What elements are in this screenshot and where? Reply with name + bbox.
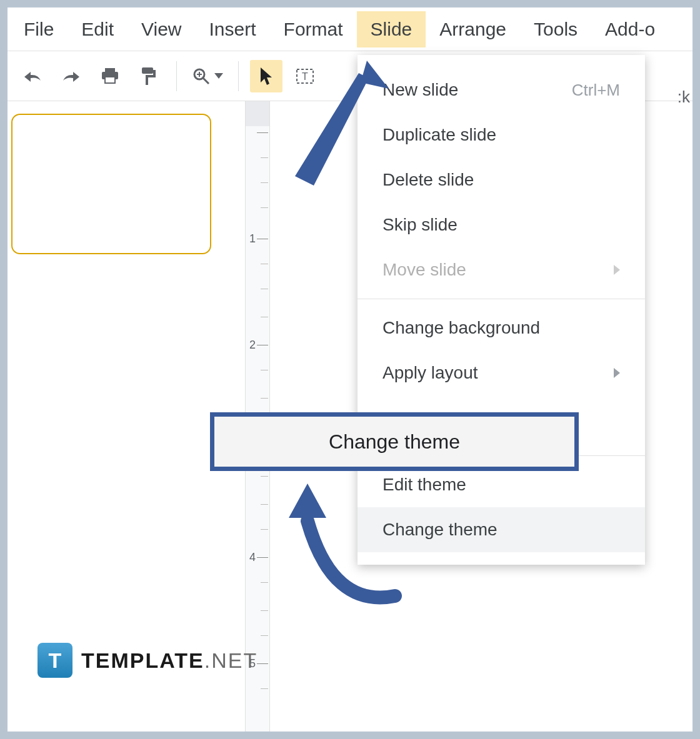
menu-item-apply-layout[interactable]: Apply layout	[358, 350, 645, 395]
menubar: File Edit View Insert Format Slide Arran…	[8, 7, 692, 51]
menu-item-shortcut: Ctrl+M	[572, 81, 620, 100]
callout-label: Change theme	[329, 430, 460, 454]
menu-divider	[358, 299, 645, 299]
svg-text:T: T	[302, 71, 308, 82]
menu-item-new-slide[interactable]: New slide Ctrl+M	[358, 67, 645, 112]
menu-item-label: Change theme	[382, 520, 498, 540]
template-logo-icon: T	[38, 643, 72, 678]
menu-insert[interactable]: Insert	[196, 11, 270, 47]
textbox-tool-button[interactable]: T	[289, 60, 321, 92]
svg-rect-3	[142, 67, 153, 74]
watermark-text: TEMPLATE.NET	[81, 648, 258, 673]
background-text-fragment: :k	[675, 81, 692, 113]
menu-item-change-background[interactable]: Change background	[358, 305, 645, 350]
chevron-right-icon	[614, 265, 620, 275]
menu-item-label: Change background	[382, 318, 540, 338]
undo-button[interactable]	[16, 60, 49, 92]
zoom-dropdown-caret-icon	[214, 73, 223, 79]
svg-rect-0	[105, 68, 115, 72]
toolbar-separator	[176, 61, 177, 91]
menu-item-label: Apply layout	[382, 363, 478, 383]
print-button[interactable]	[94, 60, 126, 92]
menu-item-label: Edit theme	[382, 475, 466, 495]
menu-item-label: Duplicate slide	[382, 125, 496, 145]
menu-view[interactable]: View	[128, 11, 195, 47]
select-tool-button[interactable]	[250, 60, 282, 92]
menu-addons[interactable]: Add-o	[591, 11, 669, 47]
menu-arrange[interactable]: Arrange	[426, 11, 520, 47]
zoom-icon	[192, 67, 211, 86]
svg-line-5	[203, 78, 209, 84]
ruler-label: 4	[249, 551, 256, 564]
app-frame: File Edit View Insert Format Slide Arran…	[8, 7, 692, 732]
redo-button[interactable]	[55, 60, 88, 92]
menu-item-label: New slide	[382, 80, 458, 100]
cursor-icon	[258, 66, 274, 86]
menu-item-label: Move slide	[382, 260, 466, 280]
menu-tools[interactable]: Tools	[520, 11, 591, 47]
ruler-label: 1	[249, 232, 256, 246]
menu-item-label: Delete slide	[382, 170, 474, 190]
menu-format[interactable]: Format	[270, 11, 357, 47]
watermark-bold: TEMPLATE	[81, 648, 204, 672]
textbox-icon: T	[295, 67, 315, 86]
menu-slide[interactable]: Slide	[357, 11, 426, 47]
annotation-callout: Change theme	[210, 412, 579, 471]
redo-icon	[61, 68, 82, 84]
chevron-right-icon	[614, 368, 620, 378]
watermark: T TEMPLATE.NET	[38, 643, 258, 678]
menu-item-move-slide: Move slide	[358, 247, 645, 292]
ruler-label: 2	[249, 339, 256, 352]
zoom-control[interactable]	[188, 67, 227, 86]
slide-thumbnail[interactable]	[11, 114, 211, 254]
print-icon	[100, 67, 120, 86]
menu-edit[interactable]: Edit	[68, 11, 128, 47]
toolbar-separator	[238, 61, 239, 91]
menu-file[interactable]: File	[10, 11, 68, 47]
slide-menu-dropdown: New slide Ctrl+M Duplicate slide Delete …	[358, 55, 645, 565]
menu-item-skip-slide[interactable]: Skip slide	[358, 202, 645, 247]
watermark-light: .NET	[204, 648, 258, 672]
svg-rect-2	[105, 77, 115, 83]
menu-item-delete-slide[interactable]: Delete slide	[358, 157, 645, 202]
menu-item-duplicate-slide[interactable]: Duplicate slide	[358, 112, 645, 157]
paint-format-button[interactable]	[132, 60, 165, 92]
undo-icon	[22, 68, 43, 84]
menu-item-change-theme[interactable]: Change theme	[358, 507, 645, 552]
paint-format-icon	[139, 66, 158, 86]
menu-item-label: Skip slide	[382, 215, 458, 235]
